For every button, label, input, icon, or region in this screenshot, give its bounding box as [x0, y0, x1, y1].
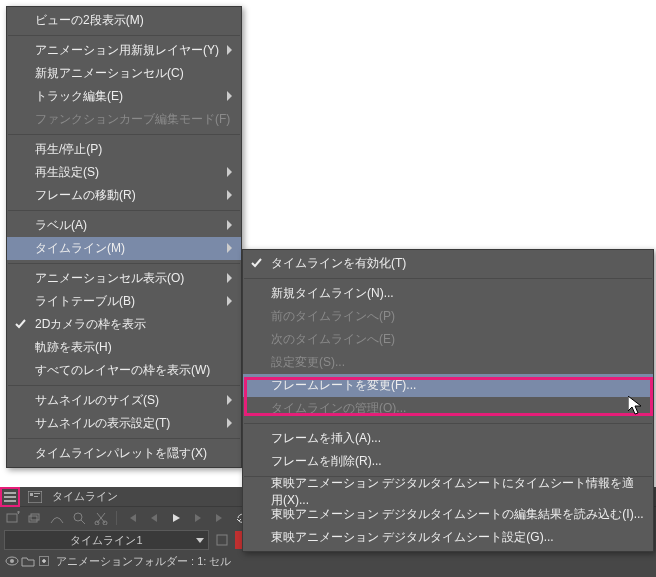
submenu-arrow-icon: [227, 44, 233, 58]
menu-item[interactable]: フレームレートを変更(F)...: [243, 374, 653, 397]
menu-item-label: アニメーションセル表示(O): [35, 270, 184, 287]
svg-rect-0: [28, 491, 42, 503]
menu-item[interactable]: 東映アニメーション デジタルタイムシート設定(G)...: [243, 526, 653, 549]
expand-icon[interactable]: [36, 556, 52, 566]
menu-item[interactable]: アニメーションセル表示(O): [7, 267, 241, 290]
menu-item[interactable]: すべてのレイヤーの枠を表示(W): [7, 359, 241, 382]
chevron-down-icon: [196, 534, 204, 546]
menu-item-label: 2Dカメラの枠を表示: [35, 316, 146, 333]
svg-rect-13: [40, 557, 49, 566]
svg-point-8: [95, 521, 99, 525]
svg-point-11: [6, 557, 18, 565]
timeline-tab-icon: [26, 489, 44, 505]
svg-rect-4: [7, 514, 17, 522]
menu-item-label: 再生/停止(P): [35, 141, 102, 158]
prev-frame-icon[interactable]: [145, 509, 163, 527]
svg-rect-5: [29, 516, 37, 522]
check-icon: [251, 257, 263, 271]
check-icon: [15, 318, 27, 332]
go-start-icon[interactable]: [123, 509, 141, 527]
menu-item[interactable]: 再生設定(S): [7, 161, 241, 184]
curve-icon[interactable]: [48, 509, 66, 527]
svg-rect-2: [34, 493, 40, 494]
submenu-arrow-icon: [227, 394, 233, 408]
panel-menu-button[interactable]: [0, 487, 20, 507]
menu-separator: [8, 134, 240, 135]
menu-item[interactable]: フレームを挿入(A)...: [243, 427, 653, 450]
menu-item: 前のタイムラインへ(P): [243, 305, 653, 328]
folder-icon: [20, 555, 36, 567]
menu-item[interactable]: ビューの2段表示(M): [7, 9, 241, 32]
menu-item[interactable]: フレームの移動(R): [7, 184, 241, 207]
menu-item-label: トラック編集(E): [35, 88, 123, 105]
menu-item-label: ライトテーブル(B): [35, 293, 135, 310]
context-submenu-timeline: タイムラインを有効化(T)新規タイムライン(N)...前のタイムラインへ(P)次…: [242, 249, 654, 552]
menu-item: 次のタイムラインへ(E): [243, 328, 653, 351]
svg-point-12: [10, 559, 14, 563]
menu-separator: [8, 210, 240, 211]
menu-item[interactable]: 2Dカメラの枠を表示: [7, 313, 241, 336]
menu-item[interactable]: 東映アニメーション デジタルタイムシートの編集結果を読み込む(I)...: [243, 503, 653, 526]
menu-item[interactable]: タイムラインパレットを隠す(X): [7, 442, 241, 465]
track-row[interactable]: アニメーションフォルダー : 1: セル: [0, 551, 656, 571]
menu-item[interactable]: トラック編集(E): [7, 85, 241, 108]
submenu-arrow-icon: [227, 189, 233, 203]
menu-separator: [8, 263, 240, 264]
menu-item: タイムラインの管理(O)...: [243, 397, 653, 420]
add-layer-icon[interactable]: [26, 509, 44, 527]
menu-item[interactable]: 再生/停止(P): [7, 138, 241, 161]
menu-item-label: サムネイルのサイズ(S): [35, 392, 159, 409]
menu-item-label: 東映アニメーション デジタルタイムシート設定(G)...: [271, 529, 554, 546]
submenu-arrow-icon: [227, 417, 233, 431]
zoom-icon[interactable]: [70, 509, 88, 527]
svg-point-9: [103, 521, 107, 525]
menu-item-label: アニメーション用新規レイヤー(Y): [35, 42, 219, 59]
menu-separator: [244, 423, 652, 424]
menu-item: ファンクションカーブ編集モード(F): [7, 108, 241, 131]
menu-item[interactable]: タイムラインを有効化(T): [243, 252, 653, 275]
menu-item-label: フレームの移動(R): [35, 187, 136, 204]
menu-item[interactable]: ライトテーブル(B): [7, 290, 241, 313]
menu-item-label: フレームレートを変更(F)...: [271, 377, 416, 394]
menu-item[interactable]: 新規タイムライン(N)...: [243, 282, 653, 305]
menu-item-label: すべてのレイヤーの枠を表示(W): [35, 362, 210, 379]
next-frame-icon[interactable]: [189, 509, 207, 527]
submenu-arrow-icon: [227, 166, 233, 180]
add-clip-icon[interactable]: [4, 509, 22, 527]
svg-rect-10: [217, 535, 227, 545]
menu-item[interactable]: 新規アニメーションセル(C): [7, 62, 241, 85]
menu-item-label: 軌跡を表示(H): [35, 339, 112, 356]
menu-item[interactable]: タイムライン(M): [7, 237, 241, 260]
submenu-arrow-icon: [227, 219, 233, 233]
menu-item-label: タイムライン(M): [35, 240, 125, 257]
menu-item[interactable]: フレームを削除(R)...: [243, 450, 653, 473]
menu-item[interactable]: 東映アニメーション デジタルタイムシートにタイムシート情報を適用(X)...: [243, 480, 653, 503]
timeline-dropdown[interactable]: タイムライン1: [4, 530, 209, 550]
cut-icon[interactable]: [92, 509, 110, 527]
menu-item-label: 東映アニメーション デジタルタイムシートの編集結果を読み込む(I)...: [271, 506, 644, 523]
timeline-settings-icon[interactable]: [213, 531, 231, 549]
submenu-arrow-icon: [227, 295, 233, 309]
menu-separator: [244, 278, 652, 279]
menu-item[interactable]: ラベル(A): [7, 214, 241, 237]
menu-item-label: 新規タイムライン(N)...: [271, 285, 394, 302]
go-end-icon[interactable]: [211, 509, 229, 527]
submenu-arrow-icon: [227, 272, 233, 286]
menu-item-label: 設定変更(S)...: [271, 354, 345, 371]
svg-rect-1: [30, 493, 33, 496]
menu-item-label: ビューの2段表示(M): [35, 12, 144, 29]
menu-item-label: サムネイルの表示設定(T): [35, 415, 170, 432]
menu-item-label: 前のタイムラインへ(P): [271, 308, 395, 325]
context-menu-main: ビューの2段表示(M)アニメーション用新規レイヤー(Y)新規アニメーションセル(…: [6, 6, 242, 468]
menu-item[interactable]: サムネイルの表示設定(T): [7, 412, 241, 435]
menu-item-label: 次のタイムラインへ(E): [271, 331, 395, 348]
panel-tab-label[interactable]: タイムライン: [44, 487, 126, 506]
menu-item[interactable]: サムネイルのサイズ(S): [7, 389, 241, 412]
menu-item[interactable]: アニメーション用新規レイヤー(Y): [7, 39, 241, 62]
menu-item[interactable]: 軌跡を表示(H): [7, 336, 241, 359]
submenu-arrow-icon: [227, 90, 233, 104]
svg-rect-6: [31, 514, 39, 520]
svg-point-7: [74, 513, 82, 521]
play-icon[interactable]: [167, 509, 185, 527]
visibility-icon[interactable]: [4, 556, 20, 566]
